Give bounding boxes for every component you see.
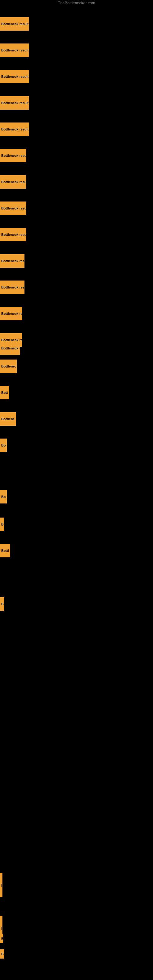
bottleneck-result-badge[interactable]: Bottleneck result	[0, 43, 29, 57]
bottleneck-result-badge[interactable]: Bottleneck resu	[0, 254, 24, 268]
bottleneck-result-badge[interactable]: Bottleneck result	[0, 70, 29, 83]
bottleneck-result-badge[interactable]: B	[0, 934, 3, 943]
bottleneck-result-badge[interactable]: Bottleneck result	[0, 123, 29, 136]
bottleneck-result-badge[interactable]: Bottlenec	[0, 360, 17, 373]
bottleneck-result-badge[interactable]: Bottleneck resu	[0, 175, 26, 189]
bottleneck-result-badge[interactable]: Bo	[0, 439, 7, 452]
bottleneck-result-badge[interactable]: Bottleneck re	[0, 342, 20, 355]
bottleneck-result-badge[interactable]: Bottleneck resu	[0, 228, 26, 241]
bottleneck-result-badge[interactable]: Bottleneck resu	[0, 202, 26, 215]
bottleneck-result-badge[interactable]: Bott	[0, 386, 9, 399]
bottleneck-result-badge[interactable]: Bottleneck resu	[0, 149, 26, 162]
bottleneck-result-badge[interactable]: Bottleneck re	[0, 307, 22, 320]
bottleneck-result-badge[interactable]: Bottleneck resu	[0, 280, 24, 294]
bottleneck-result-badge[interactable]: B	[0, 950, 4, 959]
site-title: TheBottlenecker.com	[0, 0, 153, 6]
bottleneck-result-badge[interactable]: Bottlene	[0, 412, 16, 426]
bottleneck-result-badge[interactable]: B	[0, 517, 4, 531]
bottleneck-result-badge[interactable]: Bottl	[0, 544, 10, 557]
bottleneck-result-badge[interactable]: Bottleneck result	[0, 96, 29, 110]
bottleneck-result-badge[interactable]: |	[0, 873, 2, 897]
bottleneck-result-badge[interactable]: Bottleneck result	[0, 17, 29, 30]
bottleneck-result-badge[interactable]: Bo	[0, 490, 7, 503]
bottleneck-result-badge[interactable]: B	[0, 597, 4, 611]
